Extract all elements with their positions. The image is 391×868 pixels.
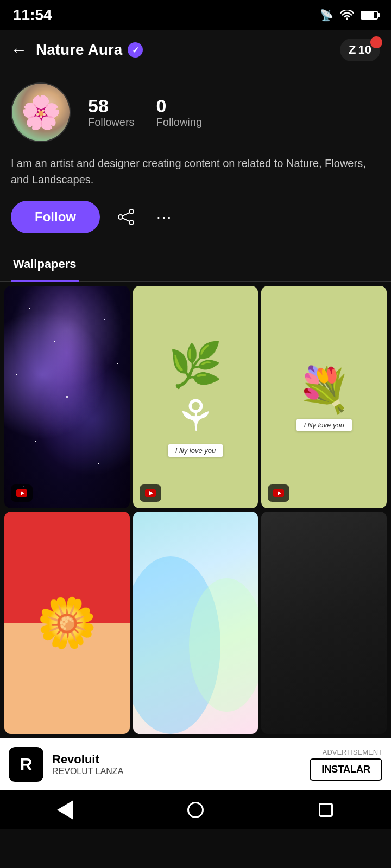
svg-line-4 xyxy=(123,213,129,216)
followers-stat: 58 Followers xyxy=(88,96,135,129)
status-icons: 📡 xyxy=(320,9,378,22)
nav-back-button[interactable] xyxy=(52,797,78,823)
svg-point-3 xyxy=(129,220,134,225)
toolbar-left: ← Nature Aura ✓ xyxy=(11,41,143,59)
cast-icon: 📡 xyxy=(320,9,333,22)
avatar-image xyxy=(12,84,70,141)
play-badge-3 xyxy=(268,484,289,502)
profile-name-text: Nature Aura xyxy=(36,41,122,59)
battery-icon xyxy=(361,11,378,20)
notification-z-icon: Z xyxy=(349,43,356,57)
ad-banner: R Revoluit REVOLUT LANZA ADVERTISEMENT I… xyxy=(0,738,391,790)
galaxy-background xyxy=(4,286,130,508)
lily-caption-2: I lily love you xyxy=(296,419,351,431)
dark-background xyxy=(261,512,387,734)
wallpaper-item-pastel[interactable] xyxy=(133,512,258,734)
back-triangle-icon xyxy=(57,800,73,820)
play-icon xyxy=(16,489,27,497)
profile-bio: I am an artist and designer creating con… xyxy=(11,155,380,188)
more-icon: ··· xyxy=(156,208,172,226)
profile-top: 58 Followers 0 Following xyxy=(11,82,380,142)
more-button[interactable]: ··· xyxy=(152,204,176,230)
wallpapers-grid: 🌿⚘ I lily love you 💐 I lily love you xyxy=(0,282,391,738)
share-button[interactable] xyxy=(113,205,139,229)
ad-logo: R xyxy=(9,747,43,782)
nav-home-button[interactable] xyxy=(182,797,209,823)
recents-square-icon xyxy=(319,803,333,817)
daisy-background: 🌼 xyxy=(4,512,130,734)
followers-count: 58 xyxy=(88,96,109,116)
notification-button[interactable]: Z 10 xyxy=(340,39,380,61)
lily-caption-1: I lily love you xyxy=(168,444,223,457)
advertisement-label: ADVERTISEMENT xyxy=(323,748,382,756)
ad-right: ADVERTISEMENT INSTALAR xyxy=(310,748,382,781)
profile-section: 58 Followers 0 Following I am an artist … xyxy=(0,69,391,248)
follow-button[interactable]: Follow xyxy=(11,201,100,233)
ad-title: Revoluit xyxy=(52,752,301,767)
tabs-section: Wallpapers xyxy=(0,248,391,282)
wallpaper-item-daisy[interactable]: 🌼 xyxy=(4,512,130,734)
wallpaper-item-lily2[interactable]: 💐 I lily love you xyxy=(261,286,387,508)
install-button[interactable]: INSTALAR xyxy=(310,758,382,781)
lily-background-2: 💐 I lily love you xyxy=(261,286,387,508)
ad-info: Revoluit REVOLUT LANZA xyxy=(52,752,301,776)
wallpaper-item-galaxy[interactable] xyxy=(4,286,130,508)
followers-label: Followers xyxy=(88,116,135,129)
stars-overlay xyxy=(4,286,130,508)
following-label: Following xyxy=(156,116,202,129)
svg-point-2 xyxy=(118,215,123,219)
following-stat: 0 Following xyxy=(156,96,202,129)
play-icon-2 xyxy=(145,489,156,497)
status-time: 11:54 xyxy=(13,7,52,24)
lily-content-1: 🌿⚘ I lily love you xyxy=(168,340,223,455)
wallpaper-item-lily1[interactable]: 🌿⚘ I lily love you xyxy=(133,286,258,508)
svg-point-1 xyxy=(129,209,134,214)
svg-line-5 xyxy=(123,218,129,221)
lily-background-1: 🌿⚘ I lily love you xyxy=(133,286,258,508)
profile-name-header: Nature Aura ✓ xyxy=(36,41,143,59)
play-icon-3 xyxy=(273,489,284,497)
bottom-navigation xyxy=(0,790,391,829)
home-circle-icon xyxy=(187,802,204,818)
lily-emoji-1: 🌿⚘ xyxy=(168,340,223,441)
share-icon xyxy=(117,209,135,225)
tab-wallpapers[interactable]: Wallpapers xyxy=(11,248,79,282)
notification-badge-dot xyxy=(370,36,382,48)
notification-count: 10 xyxy=(358,43,371,57)
status-bar: 11:54 📡 xyxy=(0,0,391,30)
nav-recents-button[interactable] xyxy=(313,797,339,823)
ad-subtitle: REVOLUT LANZA xyxy=(52,767,301,776)
wifi-icon xyxy=(340,10,354,21)
following-count: 0 xyxy=(156,96,167,116)
lily-content-2: 💐 I lily love you xyxy=(296,365,351,430)
wallpaper-item-dark[interactable] xyxy=(261,512,387,734)
play-badge-2 xyxy=(140,484,161,502)
daisy-emoji: 🌼 xyxy=(36,595,97,652)
back-button[interactable]: ← xyxy=(11,42,27,58)
action-buttons: Follow ··· xyxy=(11,201,380,233)
avatar[interactable] xyxy=(11,82,71,142)
play-badge-1 xyxy=(11,484,33,502)
pastel-background xyxy=(133,512,258,734)
toolbar: ← Nature Aura ✓ Z 10 xyxy=(0,30,391,69)
ad-logo-text: R xyxy=(20,755,32,775)
lily-emoji-2: 💐 xyxy=(296,365,351,416)
verified-badge: ✓ xyxy=(128,42,143,58)
stats-container: 58 Followers 0 Following xyxy=(88,96,202,129)
svg-point-0 xyxy=(346,18,348,20)
